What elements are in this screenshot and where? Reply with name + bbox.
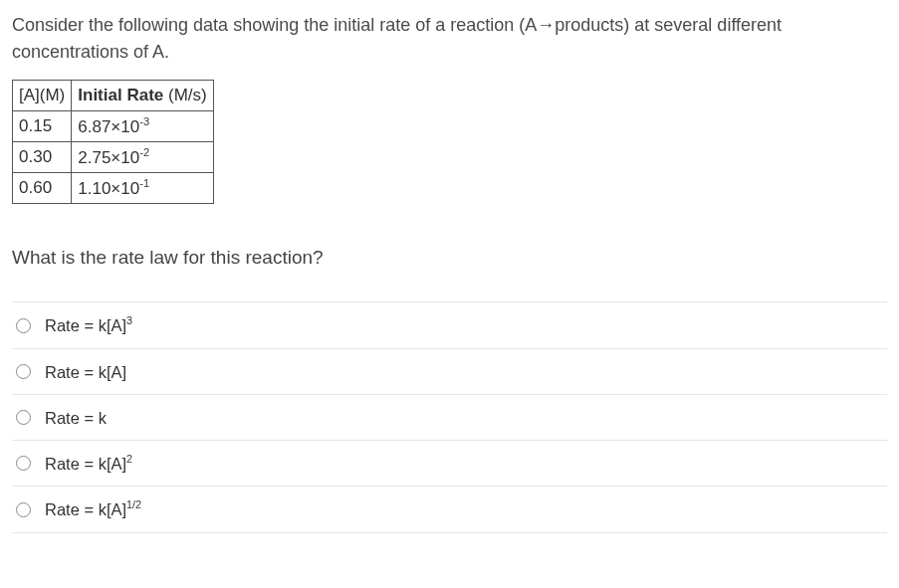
option-2[interactable]: Rate = k xyxy=(12,395,887,441)
cell-conc: 0.60 xyxy=(13,172,72,203)
option-1[interactable]: Rate = k[A] xyxy=(12,349,887,395)
table-row: 0.60 1.10×10-1 xyxy=(13,172,214,203)
cell-rate: 1.10×10-1 xyxy=(72,172,213,203)
col-header-rate: Initial Rate (M/s) xyxy=(72,81,213,111)
data-table: [A](M) Initial Rate (M/s) 0.15 6.87×10-3… xyxy=(12,80,214,204)
radio-icon xyxy=(16,410,31,425)
options-group: Rate = k[A]3 Rate = k[A] Rate = k Rate =… xyxy=(12,301,887,532)
option-label: Rate = k[A]3 xyxy=(45,312,132,337)
radio-icon xyxy=(16,364,31,379)
cell-rate: 2.75×10-2 xyxy=(72,141,213,172)
col-header-conc: [A](M) xyxy=(13,81,72,111)
radio-icon xyxy=(16,318,31,333)
radio-icon xyxy=(16,456,31,471)
question-text: What is the rate law for this reaction? xyxy=(12,244,887,273)
option-3[interactable]: Rate = k[A]2 xyxy=(12,441,887,487)
option-0[interactable]: Rate = k[A]3 xyxy=(12,301,887,348)
table-row: 0.30 2.75×10-2 xyxy=(13,141,214,172)
option-label: Rate = k[A] xyxy=(45,359,126,384)
table-row: 0.15 6.87×10-3 xyxy=(13,110,214,141)
cell-rate: 6.87×10-3 xyxy=(72,110,213,141)
option-label: Rate = k xyxy=(45,405,107,430)
option-4[interactable]: Rate = k[A]1/2 xyxy=(12,487,887,532)
cell-conc: 0.30 xyxy=(13,141,72,172)
cell-conc: 0.15 xyxy=(13,110,72,141)
option-label: Rate = k[A]1/2 xyxy=(45,496,141,521)
option-label: Rate = k[A]2 xyxy=(45,451,132,476)
radio-icon xyxy=(16,502,31,517)
intro-text: Consider the following data showing the … xyxy=(12,12,887,66)
